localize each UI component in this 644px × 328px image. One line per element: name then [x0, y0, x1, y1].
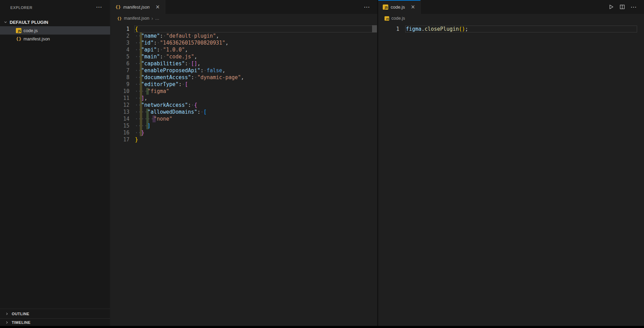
- panel-header-timeline[interactable]: TIMELINE: [0, 318, 110, 326]
- more-actions-icon[interactable]: ⋯: [364, 4, 370, 10]
- editor-actions-group-1: ⋯: [364, 0, 377, 14]
- code-line: ··],: [111, 95, 377, 102]
- editor-group-1: {} manifest.json × ⋯ {} manifest.json › …: [111, 0, 377, 326]
- code-line: ··"networkAccess":·{: [111, 102, 377, 109]
- file-label: code.js: [23, 28, 38, 33]
- code-line: ··"api":·"1.0.0",: [111, 46, 377, 53]
- js-file-icon: JS: [382, 4, 388, 10]
- code-line: ··"editorType":·[: [111, 81, 377, 88]
- explorer-title: EXPLORER: [10, 6, 32, 10]
- chevron-right-icon: [5, 312, 9, 316]
- tab-label: code.js: [391, 4, 405, 10]
- code-line: ··}: [111, 129, 377, 136]
- panel-label: TIMELINE: [12, 320, 31, 325]
- close-icon[interactable]: ×: [155, 4, 161, 10]
- vscode-workbench: EXPLORER ⋯ DEFAULT PLUGIN JScode.js{}man…: [0, 0, 644, 328]
- editor-group-2: JS code.js × ⋯ JS code.js 1: [378, 0, 644, 326]
- json-file-icon: {}: [16, 36, 21, 41]
- tabbar-group-2: JS code.js × ⋯: [378, 0, 644, 14]
- code-line: ··"documentAccess":·"dynamic-page",: [111, 74, 377, 81]
- code-line: {: [111, 26, 377, 32]
- explorer-tree: DEFAULT PLUGIN JScode.js{}manifest.json: [0, 18, 110, 43]
- chevron-right-icon: ›: [152, 16, 153, 21]
- close-icon[interactable]: ×: [410, 4, 416, 10]
- tabbar-group-1: {} manifest.json × ⋯: [111, 0, 377, 14]
- breadcrumb-symbol[interactable]: …: [155, 16, 159, 21]
- code-line: ··"capabilities":·[],: [111, 60, 377, 67]
- breadcrumb: JS code.js: [378, 14, 644, 23]
- code-line: ··"name":·"default·plugin",: [111, 32, 377, 39]
- panel-label: OUTLINE: [12, 312, 29, 316]
- breadcrumb-file[interactable]: code.js: [391, 16, 405, 21]
- code-lines: figma.closePlugin();: [378, 26, 644, 32]
- chevron-right-icon: [5, 320, 9, 325]
- file-list: JScode.js{}manifest.json: [0, 26, 110, 43]
- explorer-more-actions-icon[interactable]: ⋯: [96, 4, 102, 10]
- tab-label: manifest.json: [123, 4, 150, 10]
- js-file-icon: JS: [16, 28, 21, 33]
- explorer-header: EXPLORER ⋯: [0, 0, 110, 14]
- more-actions-icon[interactable]: ⋯: [631, 4, 636, 10]
- folder-row-default-plugin[interactable]: DEFAULT PLUGIN: [0, 18, 110, 26]
- tab-code-js[interactable]: JS code.js ×: [378, 0, 421, 14]
- json-file-icon: {}: [115, 4, 121, 10]
- code-line: ··"id":·"1463626015700820931",: [111, 39, 377, 46]
- file-row-manifest-json[interactable]: {}manifest.json: [0, 35, 110, 43]
- json-file-icon: {}: [117, 16, 121, 21]
- js-file-icon: JS: [384, 16, 389, 21]
- code-lines: {··"name":·"default·plugin",··"id":·"146…: [111, 26, 377, 143]
- editor-actions-group-2: ⋯: [608, 0, 644, 14]
- breadcrumb-file[interactable]: manifest.json: [124, 16, 149, 21]
- sidebar-panels: OUTLINETIMELINE: [0, 309, 110, 326]
- folder-label: DEFAULT PLUGIN: [10, 20, 48, 25]
- code-line: figma.closePlugin();: [378, 26, 644, 32]
- run-icon[interactable]: [608, 4, 614, 10]
- explorer-sidebar: EXPLORER ⋯ DEFAULT PLUGIN JScode.js{}man…: [0, 0, 110, 326]
- code-line: ····]: [111, 122, 377, 129]
- chevron-down-icon: [3, 20, 8, 24]
- file-label: manifest.json: [23, 36, 50, 41]
- code-line: }: [111, 136, 377, 143]
- breadcrumb: {} manifest.json › …: [111, 14, 377, 23]
- code-line: ··"enableProposedApi":·false,: [111, 67, 377, 74]
- split-editor-icon[interactable]: [619, 4, 625, 10]
- code-line: ····"figma": [111, 88, 377, 95]
- editor-manifest-json[interactable]: 1234567891011121314151617{··"name":·"def…: [111, 23, 377, 326]
- panel-header-outline[interactable]: OUTLINE: [0, 309, 110, 318]
- code-line: ······"none": [111, 115, 377, 122]
- window-bottom-edge: [0, 326, 644, 328]
- code-line: ····"allowedDomains":·[: [111, 109, 377, 115]
- tab-manifest-json[interactable]: {} manifest.json ×: [111, 0, 165, 14]
- code-line: ··"main":·"code.js",: [111, 53, 377, 60]
- file-row-code-js[interactable]: JScode.js: [0, 26, 110, 35]
- editor-code-js[interactable]: 1figma.closePlugin();: [378, 23, 644, 326]
